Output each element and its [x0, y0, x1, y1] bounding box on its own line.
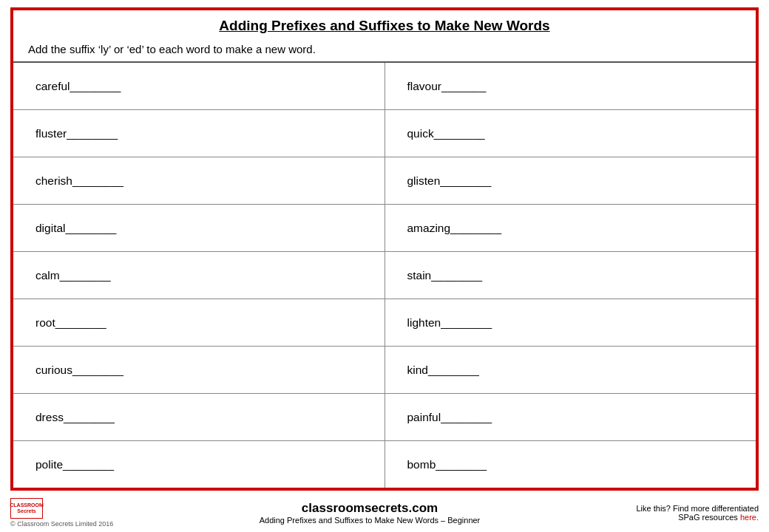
table-row: fluster________quick________: [13, 110, 756, 157]
word-cell-left: curious________: [13, 347, 385, 393]
word-left: calm________: [35, 269, 111, 282]
page-title: Adding Prefixes and Suffixes to Make New…: [219, 18, 549, 33]
table-row: polite________bomb________: [13, 441, 756, 488]
word-left: curious________: [35, 364, 123, 377]
word-right: stain________: [407, 269, 483, 282]
word-left: fluster________: [35, 127, 118, 140]
table-row: careful________flavour_______: [13, 63, 756, 110]
copyright: © Classroom Secrets Limited 2016: [10, 520, 113, 528]
word-cell-left: cherish________: [13, 157, 385, 204]
word-cell-left: dress________: [13, 394, 385, 440]
footer-left: CLASSROOMSecrets © Classroom Secrets Lim…: [10, 498, 129, 528]
word-cell-left: careful________: [13, 63, 385, 109]
word-cell-right: flavour_______: [385, 63, 756, 109]
table-row: digital________amazing________: [13, 205, 756, 252]
word-left: root________: [35, 316, 106, 330]
word-cell-right: lighten________: [385, 299, 756, 346]
footer-right: Like this? Find more differentiated SPaG…: [611, 504, 759, 522]
table-row: cherish________glisten________: [13, 157, 756, 205]
table-row: dress________painful________: [13, 394, 756, 441]
word-cell-right: stain________: [385, 252, 756, 299]
word-right: amazing________: [407, 222, 502, 235]
table-row: calm________stain________: [13, 252, 756, 299]
word-right: painful________: [407, 411, 492, 424]
word-left: digital________: [35, 222, 116, 235]
word-right: lighten________: [407, 316, 492, 330]
table-row: curious________kind________: [13, 347, 756, 394]
logo: CLASSROOMSecrets: [10, 498, 43, 519]
word-cell-right: kind________: [385, 347, 756, 393]
word-right: flavour_______: [407, 80, 487, 93]
footer-right-link[interactable]: here.: [740, 513, 759, 522]
word-cell-right: glisten________: [385, 157, 756, 204]
instruction-text: Add the suffix ‘ly’ or ‘ed’ to each word…: [13, 38, 756, 61]
footer-url: classroomsecrets.com: [129, 501, 611, 516]
footer: CLASSROOMSecrets © Classroom Secrets Lim…: [0, 494, 769, 532]
word-cell-right: bomb________: [385, 441, 756, 488]
word-cell-right: quick________: [385, 110, 756, 157]
word-cell-left: digital________: [13, 205, 385, 251]
table-row: root________lighten________: [13, 299, 756, 347]
word-left: dress________: [35, 411, 115, 424]
footer-subtitle: Adding Prefixes and Suffixes to Make New…: [129, 516, 611, 525]
word-right: kind________: [407, 364, 479, 377]
word-cell-left: fluster________: [13, 110, 385, 157]
word-cell-left: polite________: [13, 441, 385, 488]
word-cell-right: painful________: [385, 394, 756, 440]
word-cell-left: calm________: [13, 252, 385, 299]
word-right: quick________: [407, 127, 485, 140]
word-left: polite________: [35, 458, 114, 471]
footer-center: classroomsecrets.com Adding Prefixes and…: [129, 501, 611, 525]
word-cell-right: amazing________: [385, 205, 756, 251]
word-cell-left: root________: [13, 299, 385, 346]
word-left: careful________: [35, 80, 121, 93]
word-right: glisten________: [407, 174, 492, 188]
word-left: cherish________: [35, 174, 123, 188]
word-right: bomb________: [407, 458, 487, 471]
words-table: careful________flavour_______fluster____…: [13, 61, 756, 488]
